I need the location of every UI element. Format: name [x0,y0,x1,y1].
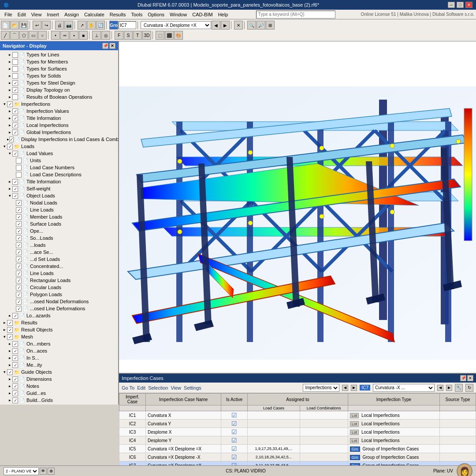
fit-view-button[interactable]: ⊞ [266,21,275,30]
next-case-button[interactable]: ▶ [221,21,230,30]
tree-checkbox[interactable] [12,73,18,79]
tree-expand-arrow[interactable]: ▸ [7,313,12,318]
tree-checkbox[interactable] [12,94,18,100]
tree-checkbox[interactable]: ✓ [7,327,13,333]
next-curv-button[interactable]: ▶ [446,385,452,391]
tree-checkbox[interactable]: ✓ [12,355,18,361]
render-solid[interactable]: ⬛ [165,31,174,40]
menu-assign[interactable]: Assign [62,11,82,18]
menu-insert[interactable]: Insert [44,11,62,18]
tree-item[interactable]: ▾✓📄Load Values [0,150,118,157]
tree-checkbox[interactable]: ✓ [16,271,22,276]
menu-tools[interactable]: Tools [128,11,145,18]
tree-item[interactable]: 📄Units [0,157,118,164]
name-input[interactable] [148,455,219,460]
view-front[interactable]: F [115,31,123,40]
tree-checkbox[interactable]: ✓ [16,292,22,298]
tree-checkbox[interactable]: ✓ [12,179,18,185]
tree-expand-arrow[interactable] [12,228,16,234]
tree-expand-arrow[interactable]: ▸ [7,130,12,135]
rect-tool[interactable]: ▭ [29,31,37,40]
zoom-out-button[interactable]: 🔎 [257,21,265,30]
selection-button[interactable]: Selection [148,385,168,390]
tree-item[interactable]: ✓📄...osed Line Deformations [0,305,118,312]
tree-expand-arrow[interactable]: ▸ [7,186,12,191]
window-controls[interactable]: ─ □ ✕ [448,2,472,8]
tree-checkbox[interactable]: ✓ [16,264,22,269]
panel-close-button[interactable]: ✕ [467,375,473,381]
rotate-button[interactable]: 🔄 [96,21,105,30]
tree-expand-arrow[interactable] [12,172,16,177]
tree-item[interactable]: ▾✓📁Mesh [0,333,118,340]
tree-item[interactable]: ▸📄Types for Surfaces [0,65,118,72]
active-checkbox[interactable]: ☑ [231,462,237,465]
close-button[interactable]: ✕ [465,2,472,8]
tree-item[interactable]: ▸✓📄Visual Objects [0,404,118,405]
panel-controls[interactable]: 📌 ✕ [460,375,473,381]
tree-expand-arrow[interactable] [12,306,16,311]
view-button[interactable]: View [171,385,181,390]
tree-item[interactable]: ▸✓📄Display Imperfections in Load Cases &… [0,136,118,143]
tree-expand-arrow[interactable]: ▸ [7,123,12,128]
menu-window[interactable]: Window [167,11,190,18]
tree-expand-arrow[interactable] [12,207,16,212]
tree-item[interactable]: ✓📄Ope... [0,227,118,234]
edit-button[interactable]: Edit [137,385,145,390]
tree-checkbox[interactable]: ✓ [16,249,22,255]
table-row[interactable]: IC2 ☑ Lot Local Imperfections [119,420,476,428]
tree-item[interactable]: ✓📄Circular Loads [0,284,118,291]
render-wire[interactable]: ⬚ [156,31,164,40]
tree-item[interactable]: ▸📄Types for Members [0,58,118,65]
tree-expand-arrow[interactable]: ▸ [7,341,12,346]
active-checkbox[interactable]: ☑ [231,412,237,419]
tree-expand-arrow[interactable]: ▸ [7,115,12,121]
support-tool[interactable]: ⊥ [92,31,101,40]
tree-expand-arrow[interactable] [12,242,16,248]
tree-checkbox[interactable]: ✓ [16,214,22,220]
tree-expand-arrow[interactable] [12,271,16,276]
tree-expand-arrow[interactable] [12,200,16,205]
tree-item[interactable]: ✓📄Rectangular Loads [0,277,118,284]
print-button[interactable]: 🖨 [55,21,64,30]
tree-expand-arrow[interactable] [12,165,16,170]
tree-item[interactable]: ✓📄Member Loads [0,213,118,220]
menu-file[interactable]: File [2,11,15,18]
active-checkbox[interactable]: ☑ [231,437,237,444]
tree-checkbox[interactable] [16,165,22,171]
tree-checkbox[interactable]: ✓ [12,80,18,86]
name-input[interactable] [148,446,219,451]
tree-item[interactable]: ▸✓📄Types for Steel Design [0,79,118,86]
tree-item[interactable]: ▸✓📄Title Information [0,178,118,185]
tree-checkbox[interactable]: ✓ [16,221,22,227]
tree-item[interactable]: ▸✓📄Dimensions [0,376,118,383]
tree-expand-arrow[interactable]: ▾ [7,193,12,198]
tree-item[interactable]: ▸✓📁Result Objects [0,326,118,333]
tree-expand-arrow[interactable]: ▾ [2,144,7,149]
tree-checkbox[interactable]: ✓ [7,320,13,326]
tree-item[interactable]: ▾✓📁Imperfections [0,100,118,108]
tree-item[interactable]: ✓📄Concentrated... [0,263,118,270]
name-input[interactable] [148,413,219,418]
search-input[interactable] [256,11,335,19]
tree-expand-arrow[interactable]: ▸ [2,320,7,325]
tree-item[interactable]: ▾✓📁Loads [0,143,118,150]
minimize-button[interactable]: ─ [448,2,455,8]
name-input[interactable] [148,430,219,435]
table-row[interactable]: IC6 ☑ 2,10,18,26,34,42,5... Gro Group of… [119,453,476,461]
tree-item[interactable]: ▸✓📄Display Topology on [0,86,118,93]
filter-button[interactable]: 🔧 [455,384,463,392]
tree-checkbox[interactable]: ✓ [9,137,14,142]
tree-expand-arrow[interactable] [12,257,16,262]
tree-checkbox[interactable] [12,52,18,58]
tree-checkbox[interactable]: ✓ [12,186,18,192]
tree-checkbox[interactable]: ✓ [16,235,22,241]
tree-expand-arrow[interactable]: ▸ [7,108,12,114]
redo-button[interactable]: ↪ [42,21,51,30]
active-checkbox[interactable]: ☑ [231,428,237,435]
view-3d[interactable]: 3D [142,31,151,40]
zoom-in-button[interactable]: 🔍 [247,21,256,30]
tree-expand-arrow[interactable] [12,264,16,269]
view-select[interactable]: 2 - PLANO VID... [4,467,39,475]
poly-tool[interactable]: ⬠ [19,31,28,40]
menu-results[interactable]: Results [107,11,129,18]
